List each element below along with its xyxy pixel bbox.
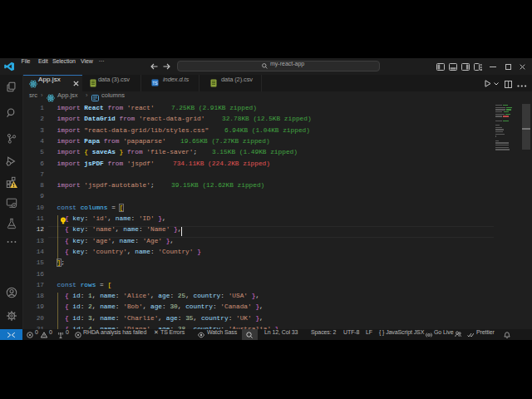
svg-text:TS: TS [152, 81, 158, 86]
